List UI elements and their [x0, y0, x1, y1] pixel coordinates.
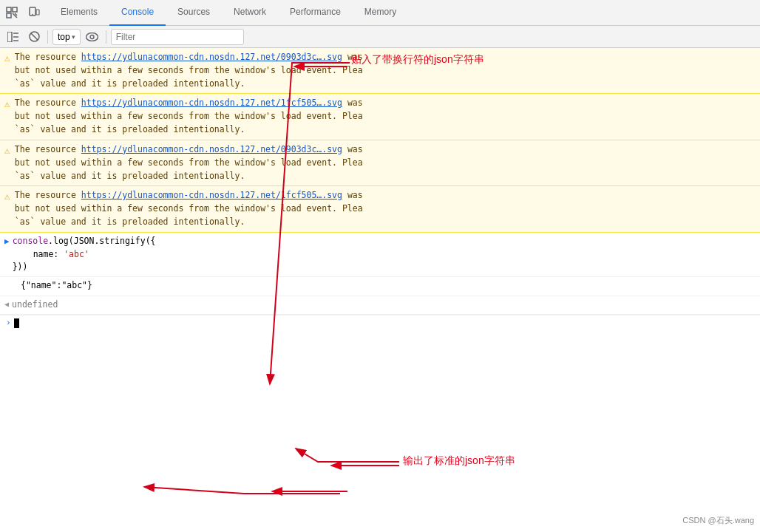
warning-link-2[interactable]: https://ydlunacommon-cdn.nosdn.127.net/1… [81, 98, 342, 108]
eye-icon-btn[interactable] [84, 28, 101, 46]
toolbar: top ▾ [0, 26, 760, 48]
annotation-label-1: 贴入了带换行符的json字符串 [351, 53, 484, 66]
toolbar-divider-2 [106, 30, 106, 44]
tab-elements[interactable]: Elements [49, 0, 109, 26]
undefined-text: undefined [12, 299, 58, 312]
warning-message-3: ⚠ The resource https://ydlunacommon-cdn.… [0, 140, 760, 186]
warning-link-1[interactable]: https://ydlunacommon-cdn.nosdn.127.net/0… [81, 52, 342, 62]
console-input-entry: ▶ console.log(JSON.stringify({ name: 'ab… [0, 233, 760, 277]
device-toggle-icon[interactable] [25, 4, 43, 21]
warning-link-3[interactable]: https://ydlunacommon-cdn.nosdn.127.net/0… [81, 144, 342, 154]
warning-icon-4: ⚠ [4, 190, 10, 205]
warning-icon-2: ⚠ [4, 98, 10, 112]
tab-memory[interactable]: Memory [353, 0, 408, 26]
svg-rect-1 [13, 7, 17, 12]
svg-point-5 [32, 14, 33, 16]
svg-line-11 [31, 33, 38, 40]
svg-point-13 [90, 35, 94, 38]
context-dropdown[interactable]: top ▾ [52, 29, 81, 45]
cursor [14, 318, 19, 328]
warning-message-2: ⚠ The resource https://ydlunacommon-cdn.… [0, 94, 760, 140]
toolbar-divider [47, 30, 48, 44]
svg-rect-6 [7, 32, 12, 42]
warning-message-4: ⚠ The resource https://ydlunacommon-cdn.… [0, 186, 760, 232]
warning-text-2: The resource https://ydlunacommon-cdn.no… [15, 97, 363, 136]
warning-text-3: The resource https://ydlunacommon-cdn.no… [15, 143, 363, 183]
svg-rect-0 [7, 7, 11, 12]
output-text: {"name":"abc"} [21, 280, 92, 290]
console-undefined-entry: ◀ undefined [0, 296, 760, 315]
console-output: ⚠ The resource https://ydlunacommon-cdn.… [0, 48, 760, 532]
warning-icon-1: ⚠ [4, 52, 10, 66]
tab-network[interactable]: Network [222, 0, 278, 26]
result-arrow-icon: ◀ [4, 299, 9, 311]
console-input-code: console.log(JSON.stringify({ name: 'abc'… [13, 235, 156, 274]
svg-rect-2 [7, 13, 11, 18]
warning-icon-3: ⚠ [4, 144, 10, 159]
tab-icons [3, 4, 43, 21]
tab-performance[interactable]: Performance [278, 0, 353, 26]
expand-arrow-icon[interactable]: ▶ [4, 236, 10, 248]
annotation-label-2: 输出了标准的json字符串 [403, 454, 515, 468]
clear-console-btn[interactable] [25, 28, 43, 46]
tab-bar: Elements Console Sources Network Perform… [0, 0, 760, 26]
input-prompt-icon: › [6, 318, 11, 327]
dropdown-arrow-icon: ▾ [72, 33, 75, 41]
svg-rect-4 [36, 10, 39, 15]
csdn-watermark: CSDN @石头.wang [682, 515, 754, 526]
warning-text-4: The resource https://ydlunacommon-cdn.no… [15, 189, 363, 228]
warning-link-4[interactable]: https://ydlunacommon-cdn.nosdn.127.net/1… [81, 190, 342, 200]
filter-input[interactable] [111, 29, 244, 45]
tab-console[interactable]: Console [109, 0, 166, 26]
warning-text-1: The resource https://ydlunacommon-cdn.no… [15, 51, 363, 90]
svg-point-12 [86, 33, 98, 41]
inspect-icon[interactable] [3, 4, 21, 21]
tab-sources[interactable]: Sources [166, 0, 222, 26]
console-input-line: › [0, 315, 760, 331]
console-output-result: {"name":"abc"} [0, 277, 760, 296]
sidebar-toggle-btn[interactable] [4, 28, 22, 46]
